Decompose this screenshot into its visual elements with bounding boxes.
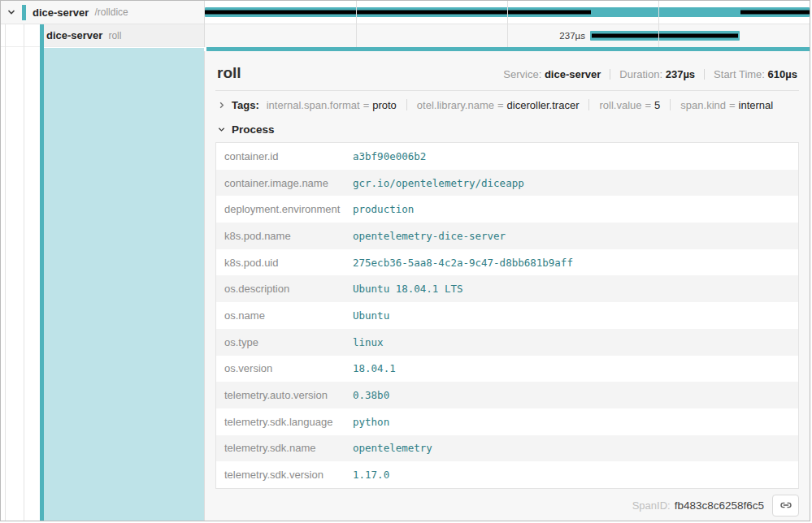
tag-item: internal.span.format=proto: [267, 99, 397, 111]
span-detail-panel: roll Service: dice-serverDuration: 237µs…: [204, 51, 810, 521]
span-name-column: dice-server /rolldice dice-server roll: [1, 1, 204, 521]
spanid-value: fb483c8c6258f6c5: [675, 499, 764, 512]
meta-value: 237µs: [666, 68, 695, 80]
process-table-row: os.typelinux: [216, 329, 798, 356]
process-table-row: telemetry.sdk.version1.17.0: [216, 461, 798, 488]
process-value: Ubuntu: [353, 309, 389, 322]
process-table-row: os.descriptionUbuntu 18.04.1 LTS: [216, 275, 798, 302]
tag-value: proto: [372, 99, 397, 111]
span-row-content: dice-server roll: [1, 24, 204, 46]
process-key: telemetry.auto.version: [216, 389, 353, 401]
process-table-row: deployment.environmentproduction: [216, 196, 798, 223]
tag-separator: [588, 99, 589, 110]
critical-path-segment: [740, 11, 810, 15]
tree-indent-guide: [5, 24, 6, 521]
span-row-rolldice[interactable]: dice-server /rolldice: [1, 1, 204, 24]
process-value: 275ecb36-5aa8-4c2a-9c47-d8bb681b9aff: [353, 257, 573, 269]
timeline-gridline: [356, 1, 357, 47]
span-row-content: dice-server /rolldice: [1, 1, 204, 24]
tree-indent-guide: [24, 24, 24, 521]
process-table-row: telemetry.sdk.languagepython: [216, 408, 798, 435]
chevron-right-icon: [217, 101, 226, 110]
process-table-row: telemetry.auto.version0.38b0: [216, 382, 798, 408]
tag-equals: =: [726, 99, 739, 111]
process-table-row: k8s.pod.uid275ecb36-5aa8-4c2a-9c47-d8bb6…: [216, 249, 798, 276]
meta-item: Duration: 237µs: [619, 68, 695, 80]
tag-equals: =: [360, 99, 373, 111]
service-color-bar: [22, 5, 26, 20]
tag-separator: [406, 99, 407, 110]
tag-equals: =: [494, 99, 507, 111]
selected-span-highlight-region: [44, 48, 204, 521]
span-title: roll: [217, 63, 241, 83]
process-value: production: [353, 203, 414, 215]
process-table-row: container.ida3bf90e006b2: [216, 143, 798, 170]
tag-key: roll.value: [599, 99, 641, 111]
process-section-header[interactable]: Process: [215, 123, 799, 136]
process-table-row: telemetry.sdk.nameopentelemetry: [216, 435, 798, 462]
meta-separator: [704, 69, 705, 80]
meta-value: dice-server: [545, 68, 601, 80]
span-duration-bar[interactable]: [590, 31, 740, 41]
process-table-row: k8s.pod.nameopentelemetry-dice-server: [216, 223, 798, 249]
process-key: container.id: [216, 150, 353, 162]
tag-item: span.kind=internal: [680, 99, 773, 111]
process-key: os.type: [216, 336, 353, 348]
meta-label: Start Time:: [714, 68, 767, 80]
process-value: 18.04.1: [353, 362, 396, 374]
tags-label: Tags:: [232, 99, 259, 111]
meta-item: Service: dice-server: [503, 68, 601, 80]
span-row-roll[interactable]: dice-server roll: [1, 24, 204, 47]
meta-label: Duration:: [619, 68, 665, 80]
process-key: k8s.pod.name: [216, 230, 353, 242]
trace-timeline: 237µs: [204, 1, 810, 47]
operation-name: roll: [108, 30, 121, 41]
process-label: Process: [232, 123, 275, 136]
process-key: os.description: [216, 283, 353, 295]
span-meta: Service: dice-serverDuration: 237µsStart…: [503, 68, 797, 80]
tag-equals: =: [642, 99, 655, 111]
process-key: telemetry.sdk.language: [216, 416, 353, 428]
process-key: telemetry.sdk.version: [216, 469, 353, 481]
meta-value: 610µs: [768, 68, 797, 80]
process-key: os.name: [216, 309, 353, 322]
process-value: opentelemetry-dice-server: [353, 230, 506, 242]
tags-section-header[interactable]: Tags: internal.span.format=protootel.lib…: [215, 99, 799, 111]
jaeger-span-detail-view: dice-server /rolldice dice-server roll 2…: [0, 0, 810, 521]
process-value: 1.17.0: [353, 469, 389, 481]
process-value: a3bf90e006b2: [353, 150, 426, 162]
process-value: python: [353, 416, 389, 428]
process-value: opentelemetry: [353, 442, 432, 454]
tag-key: otel.library.name: [417, 99, 494, 111]
process-key: container.image.name: [216, 177, 353, 189]
copy-span-link-button[interactable]: [772, 495, 799, 517]
tag-value: 5: [654, 99, 660, 111]
process-key: deployment.environment: [216, 203, 353, 215]
process-value: Ubuntu 18.04.1 LTS: [353, 283, 462, 295]
tag-item: roll.value=5: [599, 99, 660, 111]
meta-item: Start Time: 610µs: [714, 68, 797, 80]
span-duration-label: 237µs: [559, 24, 585, 47]
meta-label: Service:: [503, 68, 545, 80]
collapse-toggle-button[interactable]: [7, 7, 16, 17]
link-icon: [779, 499, 792, 512]
critical-path-segment: [205, 11, 591, 15]
timeline-gridline: [507, 1, 508, 47]
process-value: linux: [353, 336, 384, 348]
meta-separator: [610, 69, 610, 80]
process-table-row: os.version18.04.1: [216, 356, 798, 383]
process-table-row: os.nameUbuntu: [216, 302, 798, 329]
process-value: 0.38b0: [353, 389, 389, 401]
tag-value: internal: [739, 99, 774, 111]
spanid-label: SpanID:: [632, 499, 671, 512]
service-name: dice-server: [46, 29, 102, 41]
tag-key: span.kind: [680, 99, 726, 111]
tag-value: diceroller.tracer: [507, 99, 580, 111]
chevron-down-icon: [7, 7, 16, 17]
operation-name: /rolldice: [94, 6, 128, 18]
process-key: os.version: [216, 362, 353, 374]
span-detail-footer: SpanID: fb483c8c6258f6c5: [215, 495, 799, 517]
tag-separator: [670, 99, 671, 110]
critical-path-segment: [592, 34, 738, 38]
span-detail-header: roll Service: dice-serverDuration: 237µs…: [215, 51, 799, 91]
